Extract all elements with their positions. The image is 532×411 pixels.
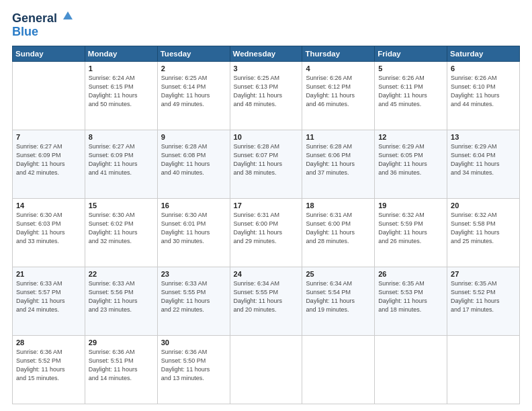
day-info: Sunrise: 6:28 AMSunset: 6:07 PMDaylight:…	[234, 142, 299, 177]
day-number: 7	[16, 133, 81, 141]
logo-icon	[62, 10, 74, 22]
day-number: 12	[378, 133, 443, 141]
daylight-line2: and 17 minutes.	[451, 306, 516, 314]
daylight-line1: Daylight: 11 hours	[378, 228, 443, 237]
daylight-line2: and 49 minutes.	[161, 100, 226, 109]
sunrise-text: Sunrise: 6:36 AM	[89, 348, 154, 357]
sunset-text: Sunset: 6:00 PM	[234, 220, 299, 228]
day-info: Sunrise: 6:26 AMSunset: 6:12 PMDaylight:…	[306, 74, 371, 109]
day-info: Sunrise: 6:36 AMSunset: 5:51 PMDaylight:…	[89, 348, 154, 383]
sunrise-text: Sunrise: 6:36 AM	[161, 348, 226, 357]
sunrise-text: Sunrise: 6:24 AM	[89, 74, 154, 83]
day-cell-9: 9Sunrise: 6:28 AMSunset: 6:08 PMDaylight…	[157, 130, 230, 198]
day-cell-28: 28Sunrise: 6:36 AMSunset: 5:52 PMDayligh…	[13, 335, 85, 404]
day-info: Sunrise: 6:31 AMSunset: 6:00 PMDaylight:…	[234, 211, 299, 246]
daylight-line1: Daylight: 11 hours	[161, 297, 226, 306]
day-info: Sunrise: 6:32 AMSunset: 5:59 PMDaylight:…	[378, 211, 443, 246]
daylight-line1: Daylight: 11 hours	[89, 160, 154, 169]
sunrise-text: Sunrise: 6:27 AM	[89, 142, 154, 151]
day-cell-24: 24Sunrise: 6:34 AMSunset: 5:55 PMDayligh…	[230, 267, 302, 335]
daylight-line1: Daylight: 11 hours	[234, 297, 299, 306]
day-cell-4: 4Sunrise: 6:26 AMSunset: 6:12 PMDaylight…	[302, 61, 375, 130]
day-info: Sunrise: 6:28 AMSunset: 6:06 PMDaylight:…	[306, 142, 371, 177]
header: General Blue	[12, 12, 520, 39]
day-cell-10: 10Sunrise: 6:28 AMSunset: 6:07 PMDayligh…	[230, 130, 302, 198]
sunset-text: Sunset: 5:50 PM	[161, 357, 226, 365]
day-number: 29	[89, 338, 154, 347]
day-info: Sunrise: 6:31 AMSunset: 6:00 PMDaylight:…	[306, 211, 371, 246]
day-info: Sunrise: 6:33 AMSunset: 5:56 PMDaylight:…	[89, 279, 154, 314]
day-info: Sunrise: 6:27 AMSunset: 6:09 PMDaylight:…	[89, 142, 154, 177]
daylight-line1: Daylight: 11 hours	[161, 91, 226, 100]
sunset-text: Sunset: 5:57 PM	[16, 288, 81, 297]
daylight-line1: Daylight: 11 hours	[234, 160, 299, 169]
sunset-text: Sunset: 6:01 PM	[161, 220, 226, 228]
sunrise-text: Sunrise: 6:32 AM	[378, 211, 443, 220]
sunrise-text: Sunrise: 6:26 AM	[306, 74, 371, 83]
daylight-line1: Daylight: 11 hours	[378, 91, 443, 100]
day-cell-30: 30Sunrise: 6:36 AMSunset: 5:50 PMDayligh…	[157, 335, 230, 404]
sunrise-text: Sunrise: 6:28 AM	[161, 142, 226, 151]
empty-cell	[230, 335, 302, 404]
daylight-line1: Daylight: 11 hours	[306, 160, 371, 169]
sunset-text: Sunset: 5:59 PM	[378, 220, 443, 228]
daylight-line1: Daylight: 11 hours	[451, 160, 516, 169]
day-info: Sunrise: 6:26 AMSunset: 6:11 PMDaylight:…	[378, 74, 443, 109]
day-number: 25	[306, 270, 371, 278]
sunset-text: Sunset: 6:03 PM	[16, 220, 81, 228]
weekday-wednesday: Wednesday	[230, 46, 302, 61]
daylight-line2: and 22 minutes.	[161, 306, 226, 314]
day-number: 14	[16, 201, 81, 210]
sunrise-text: Sunrise: 6:34 AM	[306, 279, 371, 288]
daylight-line1: Daylight: 11 hours	[234, 91, 299, 100]
day-info: Sunrise: 6:30 AMSunset: 6:03 PMDaylight:…	[16, 211, 81, 246]
day-info: Sunrise: 6:25 AMSunset: 6:14 PMDaylight:…	[161, 74, 226, 109]
day-cell-21: 21Sunrise: 6:33 AMSunset: 5:57 PMDayligh…	[13, 267, 85, 335]
sunset-text: Sunset: 6:09 PM	[16, 151, 81, 160]
sunset-text: Sunset: 6:04 PM	[451, 151, 516, 160]
sunrise-text: Sunrise: 6:25 AM	[234, 74, 299, 83]
daylight-line2: and 20 minutes.	[234, 306, 299, 314]
day-cell-15: 15Sunrise: 6:30 AMSunset: 6:02 PMDayligh…	[85, 198, 157, 267]
sunset-text: Sunset: 6:10 PM	[451, 83, 516, 91]
day-number: 30	[161, 338, 226, 347]
daylight-line2: and 48 minutes.	[234, 100, 299, 109]
daylight-line2: and 32 minutes.	[89, 237, 154, 246]
daylight-line1: Daylight: 11 hours	[306, 228, 371, 237]
daylight-line2: and 29 minutes.	[234, 237, 299, 246]
day-number: 18	[306, 201, 371, 210]
day-number: 21	[16, 270, 81, 278]
sunrise-text: Sunrise: 6:30 AM	[161, 211, 226, 220]
empty-cell	[375, 335, 447, 404]
daylight-line2: and 28 minutes.	[306, 237, 371, 246]
sunset-text: Sunset: 6:13 PM	[234, 83, 299, 91]
sunset-text: Sunset: 6:05 PM	[378, 151, 443, 160]
svg-marker-0	[63, 11, 73, 19]
daylight-line1: Daylight: 11 hours	[16, 228, 81, 237]
logo: General Blue	[12, 12, 74, 39]
day-cell-6: 6Sunrise: 6:26 AMSunset: 6:10 PMDaylight…	[447, 61, 520, 130]
day-info: Sunrise: 6:32 AMSunset: 5:58 PMDaylight:…	[451, 211, 516, 246]
day-number: 5	[378, 64, 443, 73]
day-cell-8: 8Sunrise: 6:27 AMSunset: 6:09 PMDaylight…	[85, 130, 157, 198]
sunset-text: Sunset: 6:06 PM	[306, 151, 371, 160]
daylight-line1: Daylight: 11 hours	[451, 297, 516, 306]
sunset-text: Sunset: 5:55 PM	[234, 288, 299, 297]
daylight-line2: and 24 minutes.	[16, 306, 81, 314]
day-number: 15	[89, 201, 154, 210]
day-number: 2	[161, 64, 226, 73]
day-number: 16	[161, 201, 226, 210]
daylight-line1: Daylight: 11 hours	[161, 228, 226, 237]
day-info: Sunrise: 6:34 AMSunset: 5:54 PMDaylight:…	[306, 279, 371, 314]
daylight-line2: and 38 minutes.	[234, 169, 299, 177]
daylight-line1: Daylight: 11 hours	[16, 365, 81, 374]
day-info: Sunrise: 6:26 AMSunset: 6:10 PMDaylight:…	[451, 74, 516, 109]
day-info: Sunrise: 6:29 AMSunset: 6:05 PMDaylight:…	[378, 142, 443, 177]
day-info: Sunrise: 6:35 AMSunset: 5:52 PMDaylight:…	[451, 279, 516, 314]
day-info: Sunrise: 6:27 AMSunset: 6:09 PMDaylight:…	[16, 142, 81, 177]
sunrise-text: Sunrise: 6:26 AM	[451, 74, 516, 83]
day-number: 27	[451, 270, 516, 278]
day-number: 24	[234, 270, 299, 278]
sunset-text: Sunset: 5:56 PM	[89, 288, 154, 297]
daylight-line2: and 44 minutes.	[451, 100, 516, 109]
